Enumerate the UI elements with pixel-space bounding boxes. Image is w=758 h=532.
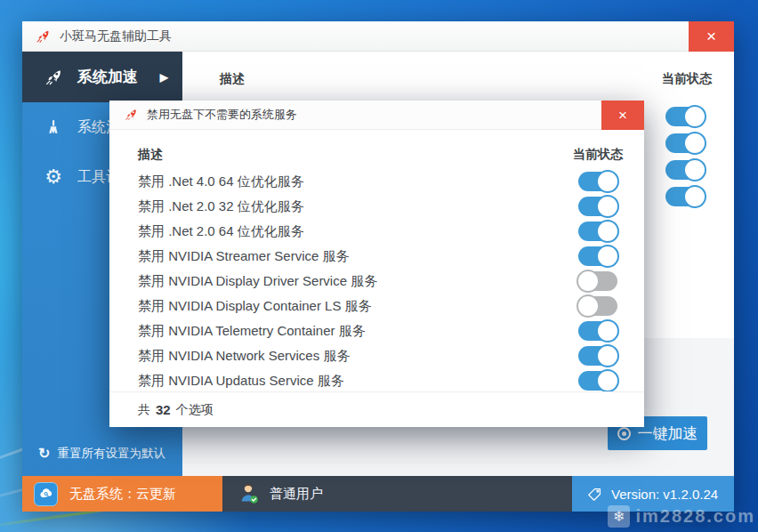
sidebar-item-label: 系统加速	[77, 67, 138, 87]
chevron-right-icon: ▶	[160, 71, 168, 84]
service-label: 禁用 NVIDIA Network Services 服务	[138, 348, 578, 365]
dialog-status-column-header: 当前状态	[573, 147, 623, 163]
toggle-knob	[683, 158, 706, 181]
user-status-segment: 普通用户	[222, 476, 572, 512]
toggle-switch[interactable]	[578, 222, 617, 241]
gear-icon: ⚙	[40, 168, 67, 186]
window-title: 小斑马无盘辅助工具	[60, 28, 172, 44]
toggle-switch[interactable]	[578, 246, 617, 266]
toggle-knob	[596, 319, 619, 343]
version-label: Version: v1.2.0.24	[611, 487, 718, 502]
main-titlebar[interactable]: 小斑马无盘辅助工具	[22, 21, 734, 52]
toggle-switch[interactable]	[578, 321, 617, 341]
reset-settings-label: 重置所有设置为默认	[57, 446, 165, 462]
toggle-knob	[683, 105, 706, 128]
desc-column-header: 描述	[220, 71, 245, 87]
service-label: 禁用 .Net 2.0 32 位优化服务	[138, 198, 578, 215]
rocket-icon	[124, 108, 138, 122]
dialog-service-list[interactable]: 禁用 .Net 4.0 64 位优化服务禁用 .Net 2.0 32 位优化服务…	[109, 169, 644, 391]
toggle-knob	[577, 270, 600, 293]
toggle-knob	[596, 245, 619, 268]
toggle-switch[interactable]	[665, 187, 705, 206]
service-row: 禁用 NVIDIA Display Container LS 服务	[109, 294, 644, 318]
service-row: 禁用 NVIDIA Updatus Service 服务	[109, 368, 644, 391]
watermark: ❄ im2828.com	[608, 505, 755, 528]
service-row: 禁用 NVIDIA Telemetry Container 服务	[109, 318, 644, 343]
snowflake-icon: ❄	[608, 505, 630, 528]
service-label: 禁用 .Net 4.0 64 位优化服务	[138, 173, 578, 190]
toggle-knob	[683, 185, 706, 208]
toggle-knob	[596, 369, 619, 391]
service-row: 禁用 .Net 2.0 64 位优化服务	[109, 219, 644, 244]
toggle-switch[interactable]	[578, 371, 617, 391]
cloud-update-icon	[34, 482, 58, 506]
broom-icon	[40, 118, 67, 136]
rocket-icon	[40, 68, 67, 87]
service-row: 禁用 .Net 4.0 64 位优化服务	[109, 169, 644, 194]
service-label: 禁用 .Net 2.0 64 位优化服务	[138, 223, 578, 240]
footer-prefix: 共	[138, 402, 150, 418]
dialog-footer: 共 32 个选项	[109, 391, 644, 427]
main-close-button[interactable]: ×	[689, 21, 734, 52]
toggle-switch[interactable]	[578, 346, 617, 366]
dialog-close-button[interactable]: ×	[601, 101, 644, 130]
service-row: 禁用 NVIDIA Streamer Service 服务	[109, 244, 644, 269]
diskless-status-label: 无盘系统：云更新	[69, 486, 176, 503]
watermark-text: im2828.com	[635, 506, 755, 527]
service-row: 禁用 .Net 2.0 32 位优化服务	[109, 194, 644, 219]
toggle-knob	[577, 294, 600, 318]
dialog-desc-column-header: 描述	[138, 147, 163, 163]
service-label: 禁用 NVIDIA Updatus Service 服务	[138, 373, 578, 390]
toggle-switch[interactable]	[578, 271, 617, 291]
sidebar-item-system-speedup[interactable]: 系统加速 ▶	[22, 52, 182, 102]
rocket-icon	[35, 28, 51, 44]
toggle-knob	[596, 220, 619, 243]
tag-icon	[586, 486, 603, 503]
disable-services-dialog: 禁用无盘下不需要的系统服务 × 描述 当前状态 禁用 .Net 4.0 64 位…	[109, 101, 644, 427]
reset-settings-button[interactable]: ↻ 重置所有设置为默认	[38, 445, 165, 462]
toggle-switch[interactable]	[665, 160, 705, 180]
target-icon	[617, 427, 631, 440]
refresh-icon: ↻	[38, 445, 50, 462]
status-column-header: 当前状态	[662, 71, 712, 87]
diskless-status-segment: 无盘系统：云更新	[22, 476, 222, 512]
service-label: 禁用 NVIDIA Streamer Service 服务	[138, 248, 578, 265]
service-label: 禁用 NVIDIA Display Container LS 服务	[138, 298, 578, 315]
toggle-switch[interactable]	[665, 133, 705, 153]
toggle-knob	[596, 195, 619, 218]
service-label: 禁用 NVIDIA Display Driver Service 服务	[138, 273, 578, 290]
toggle-knob	[596, 344, 619, 367]
toggle-switch[interactable]	[665, 107, 705, 126]
user-role-label: 普通用户	[270, 486, 323, 503]
toggle-switch[interactable]	[578, 172, 617, 191]
service-row: 禁用 NVIDIA Network Services 服务	[109, 343, 644, 368]
dialog-titlebar[interactable]: 禁用无盘下不需要的系统服务	[109, 101, 644, 130]
main-toggle-column	[665, 107, 705, 206]
dialog-title: 禁用无盘下不需要的系统服务	[147, 107, 297, 123]
toggle-knob	[683, 132, 706, 155]
one-key-speedup-label: 一键加速	[638, 423, 698, 444]
toggle-switch[interactable]	[578, 197, 617, 216]
option-count: 32	[156, 402, 171, 417]
toggle-knob	[596, 170, 619, 193]
service-label: 禁用 NVIDIA Telemetry Container 服务	[138, 323, 578, 340]
footer-suffix: 个选项	[176, 402, 214, 418]
service-row: 禁用 NVIDIA Display Driver Service 服务	[109, 269, 644, 294]
user-avatar-icon	[238, 482, 260, 505]
toggle-switch[interactable]	[578, 296, 617, 316]
